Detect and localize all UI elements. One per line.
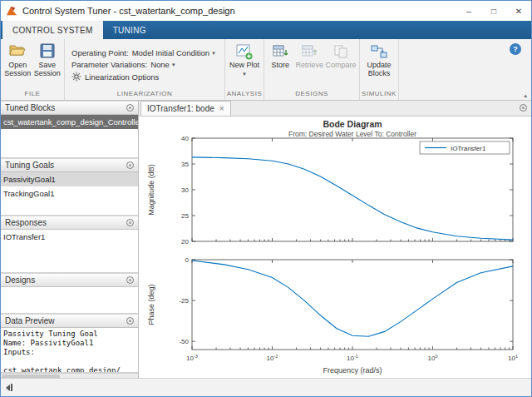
doc-tab-label: IOTransfer1: bode	[147, 104, 214, 113]
preview-line: Name: PassivityGoal1	[3, 339, 135, 348]
tuned-blocks-header[interactable]: Tuned Blocks	[1, 101, 138, 115]
panel-actions-icon[interactable]	[126, 219, 134, 226]
tuned-block-item[interactable]: cst_watertank_comp_design_Controller	[1, 115, 138, 129]
tuning-goals-header[interactable]: Tuning Goals	[1, 158, 138, 172]
panel-actions-icon[interactable]	[126, 317, 134, 325]
svg-text:101: 101	[508, 354, 518, 363]
tuned-blocks-title: Tuned Blocks	[5, 103, 126, 112]
tuning-goals-title: Tuning Goals	[5, 161, 126, 170]
responses-list: IOTransfer1	[1, 230, 138, 273]
open-session-button[interactable]: Open Session	[3, 42, 32, 80]
app-window: Control System Tuner - cst_watertank_com…	[0, 0, 532, 397]
section-linearization: Operating Point: Model Initial Condition…	[65, 39, 224, 100]
svg-text:40: 40	[181, 135, 189, 142]
svg-text:10-2: 10-2	[267, 354, 278, 363]
svg-text:25: 25	[181, 212, 189, 220]
data-preview-header[interactable]: Data Preview	[1, 314, 138, 328]
minimize-icon[interactable]: –	[456, 1, 481, 21]
compare-label: Compare	[326, 61, 357, 69]
chevron-down-icon: ▾	[243, 71, 246, 77]
operating-point-row: Operating Point: Model Initial Condition…	[71, 48, 215, 57]
section-simulink: Update Blocks SIMULINK	[360, 39, 398, 100]
svg-text:10-3: 10-3	[186, 354, 198, 363]
operating-point-value: Model Initial Condition	[132, 48, 209, 57]
save-session-button[interactable]: Save Session	[33, 42, 62, 80]
section-designs: Store Retrieve Compare DESIGNS	[264, 39, 359, 100]
tuned-blocks-list: cst_watertank_comp_design_Controller	[1, 115, 138, 158]
svg-text:-25: -25	[179, 297, 189, 305]
designs-header[interactable]: Designs	[1, 273, 138, 287]
svg-text:IOTransfer1: IOTransfer1	[451, 145, 486, 152]
operating-point-dropdown[interactable]: Model Initial Condition ▾	[132, 48, 215, 57]
maximize-icon[interactable]: □	[481, 1, 506, 21]
document-tab-bar: IOTransfer1: bode ×	[139, 101, 531, 117]
collapse-toolstrip-icon[interactable]: ▴	[524, 92, 527, 99]
panel-actions-icon[interactable]	[126, 161, 134, 169]
document-actions-icon[interactable]	[520, 104, 527, 112]
preview-line: Inputs:	[3, 348, 135, 357]
doc-tab-iotransfer1-bode[interactable]: IOTransfer1: bode ×	[140, 101, 231, 116]
store-label: Store	[271, 61, 289, 69]
open-folder-icon	[9, 43, 26, 60]
gear-icon	[71, 72, 81, 82]
update-blocks-label: Update Blocks	[363, 61, 395, 78]
retrieve-button: Retrieve	[294, 42, 324, 71]
linearization-options-label: Linearization Options	[85, 72, 159, 82]
store-icon	[272, 43, 288, 60]
save-session-label: Save Session	[34, 61, 62, 78]
tuning-goal-item[interactable]: PassivityGoal1	[1, 172, 138, 186]
tuning-goal-item[interactable]: TrackingGoal1	[1, 186, 138, 201]
panel-actions-icon[interactable]	[126, 276, 134, 284]
tab-control-system[interactable]: CONTROL SYSTEM	[2, 21, 103, 39]
store-button[interactable]: Store	[267, 42, 293, 71]
retrieve-icon	[301, 43, 318, 60]
svg-text:Bode Diagram: Bode Diagram	[323, 119, 382, 129]
responses-header[interactable]: Responses	[1, 216, 138, 230]
close-icon[interactable]: ✕	[506, 1, 531, 21]
parameter-variations-dropdown[interactable]: None ▾	[150, 60, 175, 69]
new-plot-icon	[236, 43, 253, 60]
data-preview-title: Data Preview	[5, 316, 126, 325]
help-button[interactable]: ?	[510, 43, 521, 55]
new-plot-button[interactable]: New Plot ▾	[228, 42, 261, 80]
svg-text:35: 35	[181, 161, 189, 168]
panel-actions-icon[interactable]	[126, 104, 134, 112]
tuning-goals-list: PassivityGoal1 TrackingGoal1	[1, 172, 138, 216]
svg-text:Magnitude (dB): Magnitude (dB)	[147, 164, 155, 216]
svg-text:From: Desired Water Level To: From: Desired Water Level To: Controller	[288, 130, 416, 138]
preview-line	[3, 357, 135, 366]
toolstrip-tab-bar: CONTROL SYSTEM TUNING	[1, 21, 531, 39]
save-disk-icon	[39, 43, 56, 60]
bode-plot-area: Bode DiagramFrom: Desired Water Level To…	[139, 117, 531, 378]
update-blocks-button[interactable]: Update Blocks	[362, 42, 396, 80]
window-title: Control System Tuner - cst_watertank_com…	[22, 6, 235, 16]
document-area: IOTransfer1: bode × Bode DiagramFrom: De…	[139, 101, 531, 378]
svg-text:Phase (deg): Phase (deg)	[147, 284, 155, 325]
retrieve-label: Retrieve	[295, 61, 323, 69]
update-blocks-icon	[371, 43, 387, 60]
preview-line: cst_watertank_comp_design/	[3, 366, 135, 373]
compare-icon	[332, 43, 349, 60]
svg-text:10-1: 10-1	[347, 354, 358, 363]
close-tab-icon[interactable]: ×	[219, 104, 224, 113]
svg-text:30: 30	[181, 186, 189, 194]
svg-text:100: 100	[428, 354, 438, 363]
tab-tuning[interactable]: TUNING	[103, 21, 156, 39]
left-panel: Tuned Blocks cst_watertank_comp_design_C…	[1, 101, 139, 378]
simulink-section-label: SIMULINK	[360, 88, 398, 100]
parameter-variations-label: Parameter Variations:	[71, 60, 147, 69]
linearization-options-button[interactable]: Linearization Options	[71, 72, 159, 82]
response-item[interactable]: IOTransfer1	[1, 230, 138, 244]
designs-title: Designs	[5, 275, 126, 285]
chevron-down-icon: ▾	[172, 62, 175, 68]
svg-text:20: 20	[181, 238, 189, 246]
designs-section-label: DESIGNS	[264, 88, 359, 100]
linearization-section-label: LINEARIZATION	[65, 88, 224, 100]
section-analysis: New Plot ▾ ANALYSIS	[225, 39, 264, 100]
parameter-variations-row: Parameter Variations: None ▾	[71, 60, 175, 69]
chevron-down-icon: ▾	[212, 50, 215, 57]
bode-plot-svg[interactable]: Bode DiagramFrom: Desired Water Level To…	[139, 117, 532, 380]
svg-text:Frequency (rad/s): Frequency (rad/s)	[323, 366, 382, 375]
new-plot-label: New Plot	[229, 61, 259, 69]
collapse-panel-icon[interactable]	[6, 384, 12, 391]
